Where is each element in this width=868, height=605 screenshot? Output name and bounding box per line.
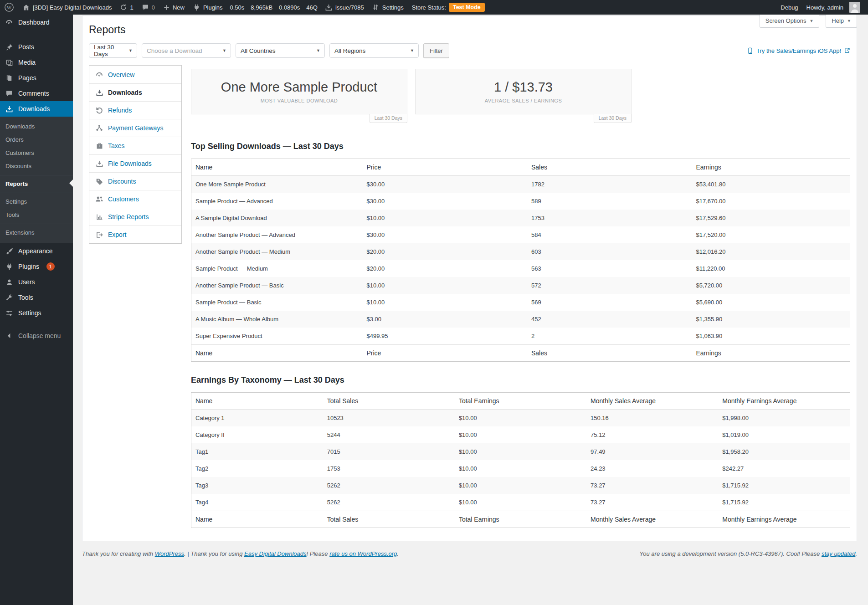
report-tab-discounts[interactable]: Discounts (89, 172, 181, 190)
filter-button[interactable]: Filter (423, 43, 449, 58)
sidebar-subitem-downloads[interactable]: Downloads (0, 120, 73, 133)
table-row: A Sample Digital Download$10.001753$17,5… (191, 210, 850, 226)
stay-updated-link[interactable]: stay updated (822, 550, 855, 557)
screen-meta-links: Screen Options ▼ Help ▼ (760, 15, 857, 28)
downloads-icon (95, 88, 103, 97)
wordpress-link[interactable]: WordPress (155, 550, 184, 557)
table-cell: 5262 (323, 494, 455, 511)
sidebar-item-dashboard[interactable]: Dashboard (0, 15, 73, 30)
report-tab-downloads[interactable]: Downloads (89, 83, 181, 101)
store-status[interactable]: Store Status: Test Mode (408, 0, 489, 15)
collapse-menu-button[interactable]: Collapse menu (0, 328, 73, 344)
rate-us-link[interactable]: rate us on WordPress.org (329, 550, 397, 557)
table-row: Sample Product — Advanced$30.00589$17,67… (191, 193, 850, 210)
svg-text:W: W (7, 5, 12, 10)
sidebar-subitem-settings[interactable]: Settings (0, 193, 73, 208)
payment-gateways-icon (95, 124, 103, 132)
report-tab-file-downloads[interactable]: File Downloads (89, 154, 181, 172)
region-select[interactable]: All Regions ▼ (329, 43, 419, 58)
table-cell: $5,720.00 (692, 277, 850, 294)
debug-menu[interactable]: Debug (776, 0, 802, 15)
sidebar-item-comments[interactable]: Comments (0, 86, 73, 101)
downloads-submenu: DownloadsOrdersCustomersDiscountsReports… (0, 117, 73, 243)
plugins-icon (5, 262, 14, 271)
report-tab-payment-gateways[interactable]: Payment Gateways (89, 119, 181, 137)
report-tab-overview[interactable]: Overview (89, 66, 181, 83)
sidebar-item-settings[interactable]: Settings (0, 305, 73, 321)
my-account-menu[interactable]: Howdy, admin (802, 0, 864, 15)
report-tab-taxes[interactable]: Taxes (89, 137, 181, 154)
screen-options-button[interactable]: Screen Options ▼ (760, 15, 820, 28)
column-header: Total Sales (323, 511, 455, 528)
page-footer: Thank you for creating with WordPress. |… (82, 550, 857, 557)
download-select[interactable]: Choose a Download ▼ (142, 43, 231, 58)
page-title: Reports (89, 16, 850, 36)
wordpress-logo[interactable]: W (0, 0, 18, 15)
column-header: Total Earnings (455, 393, 586, 410)
sidebar-item-label: Tools (18, 294, 33, 301)
average-sales-tile: 1 / $13.73 AVERAGE SALES / EARNINGS Last… (415, 69, 632, 114)
column-header: Sales (527, 159, 692, 176)
table-cell: Category II (191, 426, 323, 443)
ios-app-link[interactable]: Try the Sales/Earnings iOS App! (747, 47, 850, 54)
git-branch-menu[interactable]: issue/7085 (321, 0, 368, 15)
edd-link[interactable]: Easy Digital Downloads (244, 550, 307, 557)
comments-menu[interactable]: 0 (138, 0, 159, 15)
sidebar-subitem-reports[interactable]: Reports (0, 175, 73, 190)
column-header: Monthly Sales Average (586, 393, 718, 410)
chevron-down-icon: ▼ (809, 19, 813, 23)
sidebar-item-users[interactable]: Users (0, 274, 73, 290)
plugins-menu[interactable]: Plugins (189, 0, 227, 15)
sidebar-item-downloads[interactable]: Downloads (0, 101, 73, 117)
table-cell: One More Sample Product (191, 176, 363, 193)
sidebar-item-appearance[interactable]: Appearance (0, 243, 73, 259)
sidebar-item-media[interactable]: Media (0, 55, 73, 70)
table-cell: $10.00 (362, 277, 527, 294)
table-cell: $499.95 (362, 328, 527, 345)
table-cell: $10.00 (455, 443, 586, 460)
report-tab-customers[interactable]: Customers (89, 190, 181, 208)
sidebar-item-tools[interactable]: Tools (0, 290, 73, 305)
site-menu[interactable]: [3DD] Easy Digital Downloads (18, 0, 116, 15)
sidebar-item-plugins[interactable]: Plugins1 (0, 259, 73, 274)
footer-thanks: Thank you for creating with WordPress. |… (82, 550, 399, 557)
table-cell: 452 (527, 311, 692, 328)
sidebar-subitem-customers[interactable]: Customers (0, 146, 73, 159)
comment-bubble-icon (142, 4, 149, 11)
sidebar-subitem-discounts[interactable]: Discounts (0, 159, 73, 173)
table-cell: $1,019.00 (718, 426, 850, 443)
site-name: [3DD] Easy Digital Downloads (33, 4, 112, 11)
sidebar-subitem-tools[interactable]: Tools (0, 208, 73, 221)
settings-label: Settings (382, 4, 404, 11)
sidebar-subitem-orders[interactable]: Orders (0, 133, 73, 146)
table-cell: $12,016.20 (692, 243, 850, 260)
table-cell: 7015 (323, 443, 455, 460)
updates-menu[interactable]: 1 (116, 0, 137, 15)
settings-icon (5, 308, 14, 318)
report-tab-stripe-reports[interactable]: Stripe Reports (89, 208, 181, 226)
tab-label: Customers (108, 195, 139, 203)
phone-icon (747, 47, 754, 54)
report-tab-export[interactable]: Export (89, 226, 181, 243)
help-button[interactable]: Help ▼ (826, 15, 857, 28)
sidebar-item-posts[interactable]: Posts (0, 39, 73, 55)
sidebar-item-label: Pages (18, 74, 36, 82)
country-select[interactable]: All Countries ▼ (236, 43, 325, 58)
table-cell: Sample Product — Medium (191, 260, 363, 277)
table-cell: $17,670.00 (692, 193, 850, 210)
table-cell: 10523 (323, 410, 455, 427)
posts-icon (5, 42, 14, 51)
table-row: Category 110523$10.00150.16$1,998.00 (191, 410, 850, 427)
table-cell: 1782 (527, 176, 692, 193)
sidebar-item-pages[interactable]: Pages (0, 70, 73, 86)
tab-label: Taxes (108, 142, 125, 149)
date-range-select[interactable]: Last 30 Days ▼ (89, 43, 137, 58)
new-menu[interactable]: New (159, 0, 189, 15)
update-count-badge: 1 (46, 262, 55, 271)
edd-settings-menu[interactable]: Settings (368, 0, 408, 15)
file-downloads-icon (95, 159, 103, 168)
table-cell: 150.16 (586, 410, 718, 427)
report-tab-refunds[interactable]: Refunds (89, 101, 181, 119)
sidebar-subitem-extensions[interactable]: Extensions (0, 224, 73, 239)
table-cell: 572 (527, 277, 692, 294)
